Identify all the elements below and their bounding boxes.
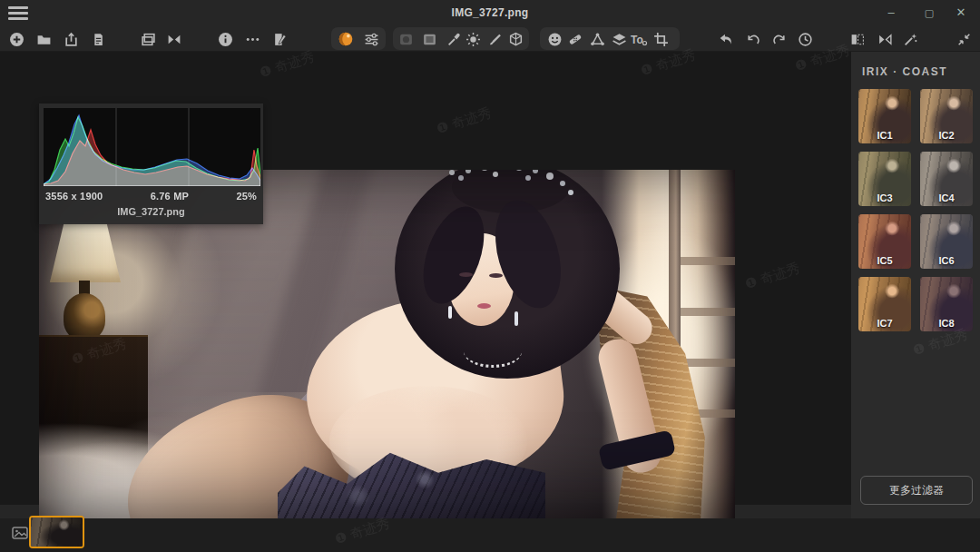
filter-thumbnail-ic2[interactable]: IC2	[920, 89, 973, 143]
histogram-chart	[44, 108, 260, 186]
more-filters-button[interactable]: 更多过滤器	[860, 476, 973, 505]
filter-label: IC5	[858, 255, 911, 266]
filter-thumbnail-ic8[interactable]: IC8	[920, 277, 973, 331]
photos-icon[interactable]	[11, 524, 29, 542]
filter-pack-title: IRIX · COAST	[862, 65, 947, 78]
window-title: IMG_3727.png	[0, 6, 980, 19]
collapse-icon[interactable]	[955, 30, 973, 48]
notes-icon[interactable]	[270, 30, 289, 48]
image-filename: IMG_3727.png	[39, 206, 263, 217]
export-icon[interactable]	[62, 30, 80, 48]
heal-icon[interactable]	[566, 30, 584, 48]
histogram-panel: 3556 x 1900 6.76 MP 25% IMG_3727.png	[39, 104, 263, 224]
photo-preview[interactable]	[39, 170, 735, 547]
filter-label: IC8	[920, 318, 973, 329]
history-icon[interactable]	[796, 30, 814, 48]
redo-icon[interactable]	[769, 30, 788, 48]
reset-icon[interactable]	[717, 30, 735, 48]
lut-cube-icon[interactable]	[506, 30, 524, 48]
histogram-blue-channel	[44, 115, 260, 186]
layers-icon[interactable]	[610, 30, 628, 48]
photo-vignette	[39, 170, 735, 547]
filter-thumbnail-ic4[interactable]: IC4	[920, 152, 973, 206]
add-icon[interactable]	[7, 30, 25, 48]
main-toolbar: To	[0, 25, 980, 52]
flag-icon[interactable]	[165, 30, 183, 48]
filter-thumbnail-ic1[interactable]: IC1	[858, 89, 911, 143]
vignette-icon[interactable]	[397, 30, 415, 48]
info-icon[interactable]	[216, 30, 234, 48]
frame-icon[interactable]	[420, 30, 438, 48]
image-dimensions: 3556 x 1900	[45, 191, 103, 202]
filter-thumbnail-ic3[interactable]: IC3	[858, 152, 911, 206]
filter-thumbnail-ic5[interactable]: IC5	[858, 214, 911, 269]
brightness-icon[interactable]	[464, 30, 482, 48]
filter-label: IC6	[920, 255, 973, 266]
filter-thumbnail-ic7[interactable]: IC7	[858, 277, 911, 331]
filters-sidebar: IRIX · COAST IC1 IC2 IC3 IC4 IC5	[851, 52, 980, 522]
maximize-button[interactable]: ▢	[919, 4, 939, 22]
brush-icon[interactable]	[485, 30, 504, 48]
filmstrip-bar	[0, 518, 980, 552]
text-tool-icon[interactable]: To	[630, 30, 648, 48]
windows-icon[interactable]	[139, 30, 157, 48]
filter-grid: IC1 IC2 IC3 IC4 IC5 IC6	[858, 89, 973, 331]
filter-label: IC4	[920, 192, 973, 203]
filmstrip-thumbnail-shade	[31, 518, 83, 547]
copy-settings-icon[interactable]	[88, 30, 106, 48]
filter-thumbnail-ic6[interactable]: IC6	[920, 214, 973, 269]
auto-enhance-icon[interactable]	[901, 30, 919, 48]
adjust-sliders-icon[interactable]	[362, 30, 380, 48]
image-megapixels: 6.76 MP	[151, 191, 189, 202]
filmstrip-selected-thumbnail[interactable]	[29, 516, 84, 548]
photo-editor-window: 3556 x 1900 6.76 MP 25% IMG_3727.png IRI…	[0, 0, 980, 552]
filter-label: IC3	[858, 192, 911, 203]
filter-label: IC7	[858, 318, 911, 329]
open-folder-icon[interactable]	[34, 30, 53, 48]
zoom-level: 25%	[236, 191, 257, 202]
crop-icon[interactable]	[652, 30, 670, 48]
more-icon[interactable]	[243, 30, 261, 48]
titlebar: IMG_3727.png – ▢ ✕	[0, 0, 980, 25]
svg-text:To: To	[631, 34, 643, 46]
minimize-button[interactable]: –	[881, 4, 901, 22]
compare-icon[interactable]	[848, 30, 867, 48]
filter-ball-icon[interactable]	[337, 30, 355, 48]
eyedropper-icon[interactable]	[445, 30, 463, 48]
close-button[interactable]: ✕	[951, 4, 971, 22]
undo-icon[interactable]	[744, 30, 762, 48]
filter-label: IC1	[858, 130, 911, 141]
filter-label: IC2	[920, 130, 973, 141]
liquify-icon[interactable]	[588, 30, 606, 48]
face-icon[interactable]	[545, 30, 564, 48]
flip-icon[interactable]	[876, 30, 894, 48]
editor-canvas: 3556 x 1900 6.76 MP 25% IMG_3727.png	[0, 52, 851, 505]
